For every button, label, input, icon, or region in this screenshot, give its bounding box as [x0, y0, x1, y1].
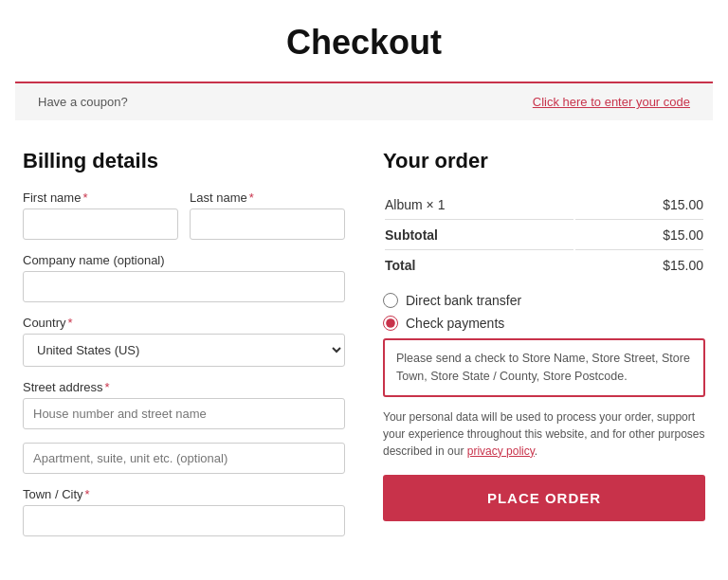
- city-label: Town / City*: [23, 487, 345, 501]
- last-name-label: Last name*: [190, 190, 345, 205]
- product-price: $15.00: [575, 192, 703, 217]
- check-payment-label: Check payments: [406, 316, 504, 331]
- city-row: Town / City*: [23, 487, 345, 536]
- main-content: Billing details First name* Last name* C…: [0, 120, 728, 569]
- country-row: Country* United States (US): [23, 316, 345, 367]
- payment-options: Direct bank transfer Check payments: [383, 293, 705, 331]
- city-field: Town / City*: [23, 487, 345, 536]
- product-row: Album × 1 $15.00: [385, 192, 703, 217]
- first-name-input[interactable]: [23, 208, 178, 240]
- check-payment-option: Check payments: [383, 316, 705, 331]
- page-title: Checkout: [0, 0, 728, 82]
- order-table: Album × 1 $15.00 Subtotal $15.00 Total $…: [383, 190, 705, 280]
- apartment-row: [23, 443, 345, 474]
- last-name-field: Last name*: [190, 190, 345, 240]
- bank-transfer-radio[interactable]: [383, 293, 398, 308]
- subtotal-label: Subtotal: [385, 219, 573, 247]
- street-field: Street address*: [23, 380, 345, 429]
- street-label: Street address*: [23, 380, 345, 394]
- bank-transfer-label: Direct bank transfer: [406, 293, 521, 308]
- first-name-label: First name*: [23, 190, 178, 205]
- coupon-text: Have a coupon?: [38, 95, 128, 109]
- bank-transfer-option: Direct bank transfer: [383, 293, 705, 308]
- subtotal-row: Subtotal $15.00: [385, 219, 703, 247]
- last-name-input[interactable]: [190, 208, 345, 240]
- order-title: Your order: [383, 149, 705, 173]
- city-input[interactable]: [23, 505, 345, 536]
- check-payment-radio[interactable]: [383, 316, 398, 331]
- street-address-row: Street address*: [23, 380, 345, 429]
- apartment-field: [23, 443, 345, 474]
- house-number-input[interactable]: [23, 398, 345, 429]
- coupon-bar: Have a coupon? Click here to enter your …: [15, 82, 713, 120]
- check-payment-box: Please send a check to Store Name, Store…: [383, 338, 705, 397]
- company-label: Company name (optional): [23, 253, 345, 267]
- privacy-policy-link[interactable]: privacy policy: [467, 444, 535, 458]
- total-label: Total: [385, 249, 573, 278]
- order-section: Your order Album × 1 $15.00 Subtotal $15…: [383, 149, 705, 550]
- check-payment-description: Please send a check to Store Name, Store…: [396, 352, 690, 383]
- billing-title: Billing details: [23, 149, 345, 173]
- name-row: First name* Last name*: [23, 190, 345, 240]
- country-select[interactable]: United States (US): [23, 334, 345, 367]
- coupon-link[interactable]: Click here to enter your code: [533, 95, 690, 109]
- subtotal-value: $15.00: [575, 219, 703, 247]
- country-field: Country* United States (US): [23, 316, 345, 367]
- billing-section: Billing details First name* Last name* C…: [23, 149, 345, 550]
- company-input[interactable]: [23, 271, 345, 302]
- country-label: Country*: [23, 316, 345, 330]
- total-value: $15.00: [575, 249, 703, 278]
- company-row: Company name (optional): [23, 253, 345, 302]
- company-field: Company name (optional): [23, 253, 345, 302]
- privacy-notice: Your personal data will be used to proce…: [383, 408, 705, 460]
- place-order-button[interactable]: PLACE ORDER: [383, 475, 705, 521]
- product-name: Album × 1: [385, 192, 573, 217]
- first-name-field: First name*: [23, 190, 178, 240]
- total-row: Total $15.00: [385, 249, 703, 278]
- apartment-input[interactable]: [23, 443, 345, 474]
